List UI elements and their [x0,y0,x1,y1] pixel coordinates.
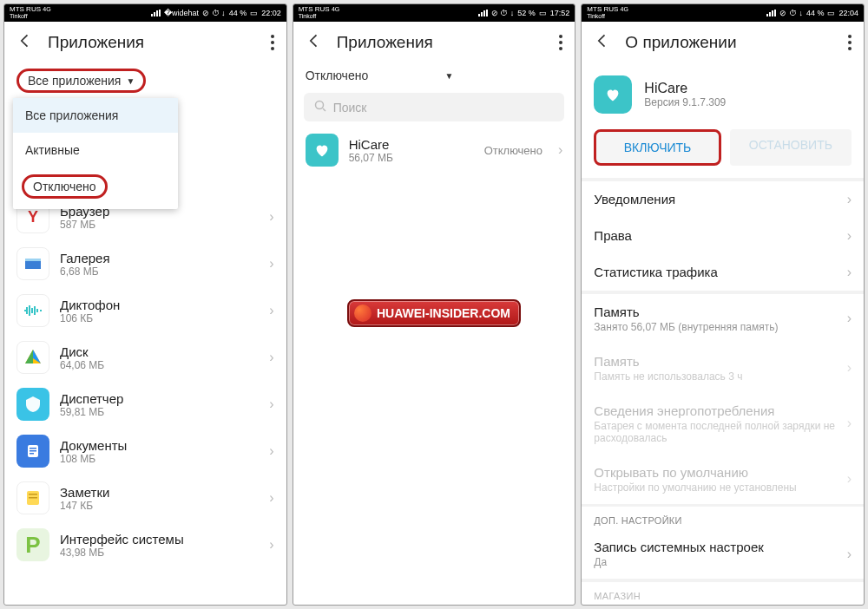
more-icon[interactable] [271,35,274,50]
status-bar: MTS RUS 4GTinkoff �widehat ⊘ ⏱ ↓ 44 %▭ 2… [4,4,286,22]
list-item[interactable]: Заметки147 КБ › [4,475,286,521]
dropdown-item-all[interactable]: Все приложения [13,98,178,133]
filter-dropdown-trigger[interactable]: Все приложения▼ [4,63,286,98]
phone-screen-1: MTS RUS 4GTinkoff �widehat ⊘ ⏱ ↓ 44 %▭ 2… [3,3,287,606]
svg-rect-1 [25,259,41,261]
page-header: О приложении [582,22,864,63]
svg-point-9 [315,102,323,109]
back-icon[interactable] [306,32,323,53]
list-item[interactable]: Документы108 МБ › [4,428,286,475]
hicare-icon [306,134,339,167]
chevron-right-icon: › [269,209,273,225]
phone-screen-3: MTS RUS 4GTinkoff ⊘ ⏱ ↓ 44 %▭ 22:04 О пр… [581,3,865,606]
back-icon[interactable] [16,32,34,53]
setting-memory[interactable]: ПамятьЗанято 56,07 МБ (внутренняя память… [582,294,864,344]
page-header: Приложения [4,22,286,63]
app-detail-header: HiCareВерсия 9.1.7.309 [582,63,864,126]
section-extra-title: ДОП. НАСТРОЙКИ [582,507,864,529]
list-item[interactable]: Диспетчер59,81 МБ › [4,381,286,428]
page-title: Приложения [48,33,257,52]
action-buttons: ВКЛЮЧИТЬ ОСТАНОВИТЬ [582,126,864,178]
svg-rect-5 [30,453,34,455]
svg-rect-7 [29,494,37,495]
more-icon[interactable] [848,35,852,50]
list-item[interactable]: HiCare56,07 МБ Отключено › [293,127,575,174]
list-item[interactable]: Галерея6,68 МБ › [4,240,286,287]
svg-rect-0 [25,260,41,269]
page-header: Приложения [293,22,575,63]
svg-rect-4 [30,450,36,452]
setting-traffic[interactable]: Статистика трафика› [582,254,864,291]
list-item[interactable]: Диск64,06 МБ › [4,334,286,381]
setting-permissions[interactable]: Права› [582,218,864,254]
setting-notifications[interactable]: Уведомления› [582,181,864,218]
setting-memory-usage: ПамятьПамять не использовалась 3 ч› [582,344,864,393]
more-icon[interactable] [559,35,562,50]
chevron-down-icon: ▼ [126,76,135,86]
status-bar: MTS RUS 4GTinkoff ⊘ ⏱ ↓ 44 %▭ 22:04 [582,4,864,22]
signal-icon [151,10,161,16]
page-title: Приложения [337,33,546,52]
setting-power: Сведения энергопотребленияБатарея с моме… [582,393,864,455]
hicare-icon [594,75,632,114]
search-icon [314,100,326,115]
chevron-right-icon: › [558,142,562,158]
search-input[interactable]: Поиск [304,93,565,121]
chevron-down-icon: ▼ [444,71,453,81]
list-item[interactable]: Диктофон106 КБ › [4,287,286,334]
wifi-icon: �widehat [164,9,199,17]
section-store-title: МАГАЗИН [582,582,864,605]
back-icon[interactable] [594,32,611,53]
watermark-badge: HUAWEI-INSIDER.COM [347,299,521,327]
filter-dropdown: Все приложения Активные Отключено [13,98,178,209]
phone-screen-2: MTS RUS 4GTinkoff ⊘ ⏱ ↓ 52 %▭ 17:52 Прил… [293,3,576,606]
svg-rect-3 [30,448,36,449]
setting-syswrite[interactable]: Запись системных настроекДа› [582,529,864,579]
dropdown-item-disabled[interactable]: Отключено [22,174,108,199]
dropdown-item-active[interactable]: Активные [13,133,178,167]
stop-button[interactable]: ОСТАНОВИТЬ [730,129,852,166]
list-item[interactable]: P Интерфейс системы43,98 МБ › [4,521,286,568]
status-bar: MTS RUS 4GTinkoff ⊘ ⏱ ↓ 52 %▭ 17:52 [293,4,575,22]
setting-default-open: Открывать по умолчаниюНастройки по умолч… [582,455,864,504]
page-title: О приложении [625,33,834,52]
svg-rect-8 [29,497,37,499]
enable-button[interactable]: ВКЛЮЧИТЬ [594,129,720,166]
filter-dropdown-trigger[interactable]: Отключено▼ [293,63,575,88]
